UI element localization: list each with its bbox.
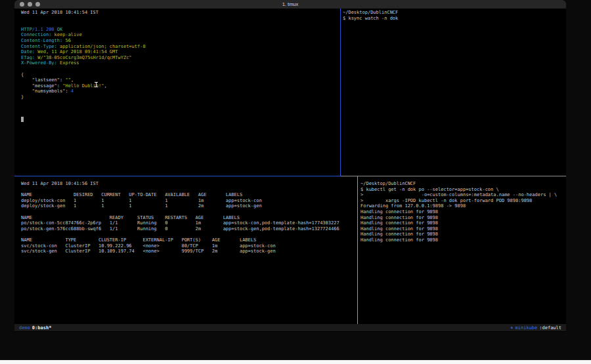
terminal-text: } [21,94,24,100]
terminal-line: "lastseen": "", [21,77,338,83]
terminal-text: NAME READY STATUS RESTARTS AGE LABELS [21,215,240,220]
terminal-text: Date: [21,49,35,54]
tmux-status-bar: demo 0:bash* ⎈minikube:default [14,324,566,331]
terminal-line: ~/Desktop/DublinCNCF [361,181,562,187]
terminal-line: Wed 11 Apr 2018 10:41:54 IST [21,10,338,16]
pane-divider-horizontal-active[interactable] [14,176,341,176]
terminal-line: deploy/stock-con 1 1 1 1 1m app=stock-co… [21,198,359,204]
terminal-text: NAME DESIRED CURRENT UP-TO-DATE AVAILABL… [21,192,242,197]
terminal-line: Date: Wed, 11 Apr 2018 09:41:54 GMT [21,49,338,55]
pane-http-response[interactable]: Wed 11 Apr 2018 10:41:54 ISTHTTP/1.1 200… [21,10,338,174]
terminal-line: "numsymbols": 4 [21,89,338,94]
terminal-text: HTTP [21,27,32,32]
terminal-line: > -o=custom-columns=:metadata.name --no-… [361,192,562,198]
terminal-text: application/json; charset=utf-8 [57,44,146,49]
terminal-line [21,232,359,237]
terminal-text: Wed 11 Apr 2018 10:41:54 IST [21,10,98,15]
terminal-text: po/stock-con-5cc874766c-2p6rp 1/1 Runnin… [21,220,339,226]
terminal-text: OK [55,27,63,32]
terminal-text: "message": [21,83,62,89]
terminal-line: Connection: keep-alive [21,32,338,38]
terminal-line: } [21,94,338,100]
terminal-line: ~/Desktop/DublinCNCF [343,10,561,16]
terminal-text: /1.1 200 [32,27,55,32]
terminal-line [21,16,338,22]
terminal-line: po/stock-gen-576cc688bb-swqf6 1/1 Runnin… [21,226,359,232]
window-titlebar: 1. tmux [14,0,566,9]
terminal-line: { [21,72,338,78]
terminal-text: Handling connection for 9898 [361,215,438,220]
terminal-line: Handling connection for 9898 [361,220,562,226]
terminal-text: > -o=custom-columns=:metadata.name --no-… [361,192,557,197]
terminal-line: Handling connection for 9898 [361,215,562,221]
window-title: 1. tmux [14,0,566,9]
terminal-text: X-Powered-By: [21,60,57,66]
pane-divider-horizontal-inactive[interactable] [341,176,566,176]
terminal-text: svc/stock-con ClusterIP 10.99.222.96 <no… [21,243,276,249]
terminal-line: Handling connection for 9898 [361,237,562,243]
kubernetes-helm-icon: ⎈ [510,325,513,331]
terminal-text: Handling connection for 9898 [361,237,438,243]
terminal-line [21,100,338,106]
terminal-text: Forwarding from 127.0.0.1:9898 -> 9898 [361,203,466,209]
terminal-text: , [104,83,106,89]
terminal-text: "" [65,77,70,83]
terminal-line: Content-Type: application/json; charset=… [21,44,338,50]
terminal-line: deploy/stock-gen 1 1 1 1 2m app=stock-ge… [21,203,359,209]
terminal-text: Express [57,60,79,66]
terminal-text: Handling connection for 9898 [361,209,438,214]
pane-divider-top-vertical[interactable] [340,9,341,176]
terminal-line: NAME READY STATUS RESTARTS AGE LABELS [21,215,359,221]
terminal-text: keep-alive [51,32,81,37]
terminal-line: po/stock-con-5cc874766c-2p6rp 1/1 Runnin… [21,220,359,226]
terminal-text: svc/stock-gen ClusterIP 10.109.197.74 <n… [21,249,276,254]
pane-port-forward[interactable]: ~/Desktop/DublinCNCF$ kubectl get -n dok… [361,181,562,323]
terminal-line: $ kubectl get -n dok po --selector=app=s… [361,187,562,193]
text-cursor-pointer [96,82,97,87]
terminal-text: "numsymbols": [21,89,71,94]
terminal-line: Handling connection for 9898 [361,209,562,215]
terminal-text: Content-Length: [21,38,62,43]
terminal-line: HTTP/1.1 200 OK [21,27,338,33]
terminal-line [21,117,338,123]
pane-ksync-watch[interactable]: ~/Desktop/DublinCNCF$ ksync watch -n dok [343,10,561,174]
kube-context: minikube [515,325,538,331]
terminal-text: , [71,77,74,83]
pane-kubectl-resources[interactable]: Wed 11 Apr 2018 10:41:56 ISTNAME DESIRED… [21,181,359,323]
terminal-text: Wed 11 Apr 2018 10:41:56 IST [21,181,98,186]
terminal-line: "message": "Hello Dublin!", [21,83,338,89]
terminal-text: "lastseen": [21,77,65,83]
terminal-line: > xargs -IPOD kubectl -n dok port-forwar… [361,198,562,204]
terminal-text: deploy/stock-con 1 1 1 1 1m app=stock-co… [21,198,262,203]
terminal-line: ETag: W/"38-05coCsrg3mQ75sHr1d/qcMTwYZc" [21,55,338,61]
session-name: demo [19,325,30,331]
screen: 1. tmux Wed 11 Apr 2018 10:41:54 ISTHTTP… [0,0,591,364]
terminal-text: Handling connection for 9898 [361,220,438,226]
terminal-line [21,187,359,193]
terminal-text: $ kubectl get -n dok po --selector=app=s… [361,187,499,192]
terminal-text: deploy/stock-gen 1 1 1 1 2m app=stock-ge… [21,203,262,209]
background-strip [0,360,591,364]
terminal-line: NAME DESIRED CURRENT UP-TO-DATE AVAILABL… [21,192,359,198]
terminal-line: Handling connection for 9898 [361,232,562,237]
terminal-line: svc/stock-gen ClusterIP 10.109.197.74 <n… [21,249,359,254]
terminal-line: Wed 11 Apr 2018 10:41:56 IST [21,181,359,187]
terminal-line [21,66,338,72]
terminal-text: W/"38-05coCsrg3mQ75sHr1d/qcMTwYZc" [35,55,132,60]
kube-namespace: :default [539,325,561,331]
terminal-line: X-Powered-By: Express [21,60,338,66]
window-label[interactable]: 0:bash* [32,325,52,331]
terminal-cursor [21,117,24,122]
terminal-line: Handling connection for 9898 [361,226,562,232]
terminal-text: NAME TYPE CLUSTER-IP EXTERNAL-IP PORT(S)… [21,237,256,243]
terminal-line: Content-Length: 56 [21,38,338,44]
terminal-window: 1. tmux Wed 11 Apr 2018 10:41:54 ISTHTTP… [14,0,566,332]
terminal-text: Wed, 11 Apr 2018 09:41:54 GMT [35,49,118,54]
terminal-line: $ ksync watch -n dok [343,16,561,22]
terminal-line [21,111,338,117]
terminal-text: ~/Desktop/DublinCNCF [343,10,398,15]
terminal-text: "Hello Dublin!" [62,83,104,89]
terminal-text: { [21,72,24,77]
terminal-text: Handling connection for 9898 [361,232,438,237]
terminal-line [21,106,338,111]
